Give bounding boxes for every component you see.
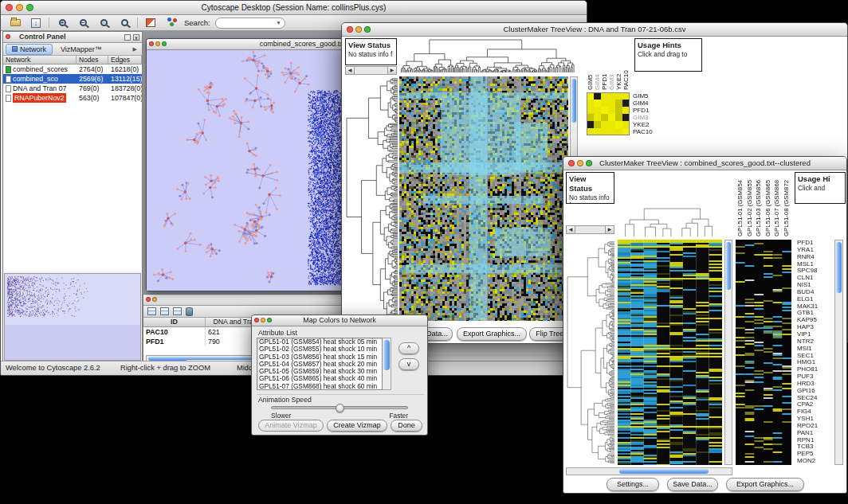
gene-label[interactable]: MON2 <box>797 458 832 465</box>
column-label[interactable]: GPL51-01 (GSM854 <box>736 172 745 236</box>
attribute-list-item[interactable]: GPL51-03 (GSM856) heat shock 15 min <box>257 354 382 361</box>
row-dendrogram-canvas[interactable] <box>345 76 398 321</box>
create-vizmap-button[interactable]: Create Vizmap <box>327 420 387 432</box>
scrollbar-thumb[interactable] <box>571 79 576 123</box>
column-dendrogram-canvas[interactable] <box>618 172 722 236</box>
network-row-selected[interactable]: combined_sco 2569(6) 13112(15) <box>3 74 142 84</box>
close-icon[interactable] <box>6 34 10 39</box>
scrollbar-thumb[interactable] <box>383 340 390 370</box>
matrix-row-label[interactable]: PAC10 <box>633 128 665 135</box>
matrix-row-label[interactable]: PFD1 <box>633 107 665 114</box>
attribute-list-item[interactable]: GPL51-05 (GSM859) heat shock 30 min <box>257 368 382 375</box>
zoom-window-icon[interactable] <box>586 160 592 166</box>
birds-eye-icon[interactable] <box>143 16 159 29</box>
attribute-list[interactable]: GPL51-01 (GSM854) heat shock 05 minGPL51… <box>257 338 383 390</box>
heatmap-vscrollbar[interactable] <box>724 240 732 465</box>
matrix-column-label[interactable]: GIM4 <box>594 38 601 90</box>
move-down-button[interactable]: v <box>398 358 419 370</box>
open-session-icon[interactable] <box>7 16 23 29</box>
settings-button[interactable]: Settings... <box>607 478 659 491</box>
column-header-network[interactable]: Network <box>3 56 77 64</box>
tab-vizmapper[interactable]: VizMapper™ <box>55 45 108 54</box>
treeview-dna-titlebar[interactable]: ClusterMaker TreeView : DNA and Tran 07-… <box>342 23 847 37</box>
close-icon[interactable] <box>6 4 13 11</box>
zoom-fit-icon[interactable] <box>116 16 132 29</box>
global-heatmap-canvas[interactable] <box>618 240 722 465</box>
scroll-right-icon[interactable]: ▶ <box>387 67 396 74</box>
column-header-nodes[interactable]: Nodes <box>77 56 108 64</box>
view-status-scrollbar[interactable]: ◀ ▶ <box>345 66 397 75</box>
import-network-icon[interactable]: ↓ <box>28 16 44 29</box>
zoom-heatmap-canvas[interactable] <box>736 240 791 465</box>
select-attributes-icon[interactable] <box>147 307 156 315</box>
tab-network[interactable]: Network <box>6 44 53 55</box>
move-up-button[interactable]: ^ <box>398 342 419 354</box>
zoom-in-icon[interactable] <box>54 16 70 29</box>
scroll-left-icon[interactable]: ◀ <box>346 67 355 74</box>
zoom-window-icon[interactable] <box>26 4 33 11</box>
gene-list-vscrollbar[interactable] <box>834 240 843 465</box>
attribute-list-item[interactable]: GPL51-06 (GSM865) heat shock 40 min <box>257 375 382 382</box>
scrollbar-thumb[interactable] <box>619 469 709 474</box>
attribute-list-scrollbar[interactable] <box>383 338 391 390</box>
close-icon[interactable] <box>568 160 575 166</box>
export-graphics-button[interactable]: Export Graphics... <box>726 478 804 491</box>
matrix-column-label[interactable]: PAC10 <box>622 38 630 90</box>
matrix-row-label[interactable]: YKE2 <box>633 121 665 128</box>
attribute-list-item[interactable]: GPL51-07 (GSM868) heat shock 60 min <box>257 383 382 390</box>
chevron-down-icon[interactable]: ▼ <box>276 20 281 25</box>
column-label[interactable]: GPL51-06 (GSM865 <box>764 172 773 236</box>
column-dendrogram-canvas[interactable] <box>399 38 576 72</box>
minimize-icon[interactable] <box>355 26 362 33</box>
matrix-row-label[interactable]: GIM5 <box>633 92 665 100</box>
similarity-matrix-canvas[interactable] <box>587 92 630 135</box>
minimize-icon[interactable] <box>155 41 160 46</box>
close-icon[interactable] <box>149 41 154 46</box>
unselect-attributes-icon[interactable] <box>160 307 169 315</box>
column-label[interactable]: GPL51-03 (GSM856 <box>754 172 764 236</box>
zoom-window-icon[interactable] <box>162 41 167 46</box>
minimize-icon[interactable] <box>261 318 265 322</box>
more-tabs-icon[interactable]: ▶ <box>133 46 139 53</box>
row-dendrogram-canvas[interactable] <box>566 240 614 465</box>
cytoscape-titlebar[interactable]: Cytoscape Desktop (Session Name: collins… <box>1 1 587 15</box>
column-label[interactable]: GPL51-07 (GSM868 <box>772 172 782 236</box>
network-row[interactable]: DNA and Tran 07 769(0) 183728(0) <box>3 84 142 93</box>
attribute-list-item[interactable]: GPL51-02 (GSM855) heat shock 10 min <box>257 346 382 353</box>
attribute-function-icon[interactable] <box>173 307 182 315</box>
matrix-column-label[interactable]: GIM3 <box>608 38 615 90</box>
matrix-row-label[interactable]: GIM3 <box>633 114 665 121</box>
attribute-list-item[interactable]: GPL51-01 (GSM854) heat shock 05 min <box>257 338 382 346</box>
scrollbar-thumb[interactable] <box>836 242 842 293</box>
heatmap-hscrollbar[interactable] <box>566 467 732 475</box>
zoom-window-icon[interactable] <box>267 318 272 322</box>
close-icon[interactable] <box>146 297 151 302</box>
network-overview[interactable] <box>4 273 141 361</box>
scrollbar-thumb[interactable] <box>726 242 731 290</box>
matrix-column-label[interactable]: YKE2 <box>615 38 622 90</box>
float-panel-icon[interactable] <box>124 34 131 41</box>
minimize-icon[interactable] <box>577 160 583 166</box>
vizmapper-icon[interactable] <box>163 16 179 29</box>
view-status-scrollbar[interactable]: ◀ ▶ <box>566 225 614 234</box>
close-panel-icon[interactable]: x <box>133 34 139 41</box>
column-header-id[interactable]: ID <box>143 318 206 326</box>
column-label[interactable]: GPL51-08 (GSM872 <box>782 172 791 236</box>
network-row[interactable]: combined_scores 2764(0) 16218(0) <box>3 64 142 74</box>
matrix-column-label[interactable]: PFD1 <box>601 38 608 90</box>
map-colors-titlebar[interactable]: Map Colors to Network <box>252 315 427 326</box>
treeview-combined-titlebar[interactable]: ClusterMaker TreeView : combined_scores_… <box>563 157 846 170</box>
search-input[interactable]: ▼ <box>215 18 285 29</box>
close-icon[interactable] <box>254 318 259 322</box>
close-icon[interactable] <box>347 26 353 33</box>
minimize-icon[interactable] <box>152 297 157 302</box>
zoom-window-icon[interactable] <box>364 26 371 33</box>
column-label[interactable]: GPL51-02 (GSM855 <box>745 172 755 236</box>
heatmap-canvas[interactable] <box>399 76 568 321</box>
zoom-out-icon[interactable] <box>75 16 91 29</box>
import-attributes-icon[interactable] <box>186 307 193 316</box>
scroll-right-icon[interactable]: ▶ <box>605 226 614 233</box>
slider-thumb[interactable] <box>336 404 344 412</box>
minimize-icon[interactable] <box>16 4 23 11</box>
export-graphics-button[interactable]: Export Graphics... <box>457 327 527 341</box>
